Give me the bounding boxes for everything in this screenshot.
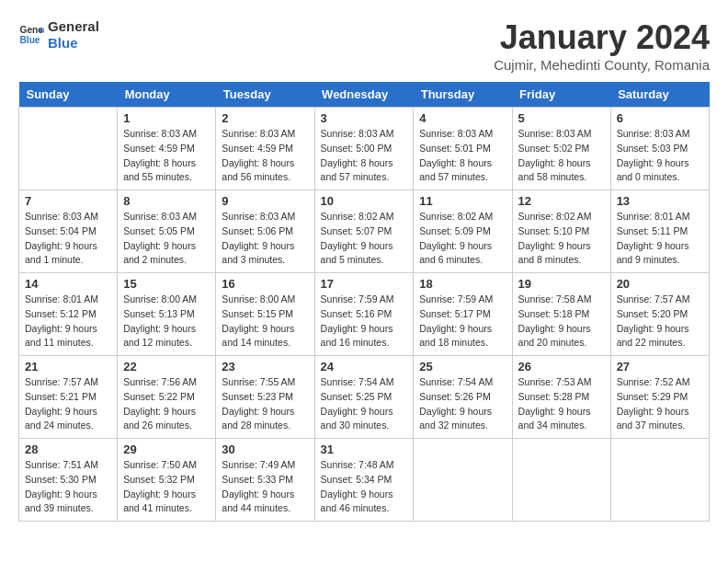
- day-info: Sunrise: 8:03 AMSunset: 5:00 PMDaylight:…: [321, 127, 408, 185]
- day-cell: 28Sunrise: 7:51 AMSunset: 5:30 PMDayligh…: [19, 439, 118, 522]
- day-info: Sunrise: 7:59 AMSunset: 5:17 PMDaylight:…: [419, 293, 506, 350]
- day-info: Sunrise: 7:57 AMSunset: 5:21 PMDaylight:…: [25, 375, 111, 433]
- day-number: 10: [321, 194, 408, 208]
- day-number: 22: [123, 360, 210, 373]
- day-cell: 15Sunrise: 8:00 AMSunset: 5:13 PMDayligh…: [118, 273, 216, 356]
- day-info: Sunrise: 7:50 AMSunset: 5:32 PMDaylight:…: [123, 458, 210, 516]
- day-number: 21: [25, 360, 111, 373]
- week-row-4: 21Sunrise: 7:57 AMSunset: 5:21 PMDayligh…: [19, 356, 710, 439]
- logo-icon: General Blue: [18, 22, 44, 48]
- logo-general-text: General: [48, 18, 99, 35]
- day-info: Sunrise: 8:03 AMSunset: 5:03 PMDaylight:…: [617, 127, 703, 185]
- day-number: 11: [419, 194, 506, 208]
- day-number: 26: [518, 360, 605, 373]
- day-number: 2: [222, 111, 308, 125]
- col-header-sunday: Sunday: [19, 82, 118, 108]
- day-number: 14: [25, 277, 111, 291]
- day-cell: 24Sunrise: 7:54 AMSunset: 5:25 PMDayligh…: [314, 356, 414, 439]
- day-info: Sunrise: 8:02 AMSunset: 5:07 PMDaylight:…: [321, 210, 408, 268]
- day-info: Sunrise: 7:55 AMSunset: 5:23 PMDaylight:…: [222, 375, 308, 433]
- calendar-table: SundayMondayTuesdayWednesdayThursdayFrid…: [18, 82, 710, 522]
- day-cell: 11Sunrise: 8:02 AMSunset: 5:09 PMDayligh…: [414, 190, 512, 273]
- day-cell: 5Sunrise: 8:03 AMSunset: 5:02 PMDaylight…: [512, 108, 610, 190]
- day-cell: 27Sunrise: 7:52 AMSunset: 5:29 PMDayligh…: [610, 356, 709, 439]
- day-number: 20: [617, 277, 703, 291]
- day-info: Sunrise: 8:03 AMSunset: 4:59 PMDaylight:…: [123, 127, 210, 185]
- day-cell: [414, 439, 512, 522]
- day-cell: 30Sunrise: 7:49 AMSunset: 5:33 PMDayligh…: [216, 439, 314, 522]
- week-row-2: 7Sunrise: 8:03 AMSunset: 5:04 PMDaylight…: [19, 190, 710, 273]
- col-header-wednesday: Wednesday: [314, 82, 414, 108]
- day-info: Sunrise: 8:02 AMSunset: 5:10 PMDaylight:…: [518, 210, 605, 268]
- day-number: 8: [123, 194, 210, 208]
- day-number: 12: [518, 194, 605, 208]
- day-info: Sunrise: 7:56 AMSunset: 5:22 PMDaylight:…: [123, 375, 210, 433]
- day-number: 5: [518, 111, 605, 125]
- day-number: 9: [222, 194, 308, 208]
- day-cell: [610, 439, 709, 522]
- day-number: 4: [419, 111, 506, 125]
- page-header: General Blue General Blue January 2024 C…: [18, 18, 710, 73]
- week-row-3: 14Sunrise: 8:01 AMSunset: 5:12 PMDayligh…: [19, 273, 710, 356]
- day-cell: 6Sunrise: 8:03 AMSunset: 5:03 PMDaylight…: [610, 108, 709, 190]
- week-row-5: 28Sunrise: 7:51 AMSunset: 5:30 PMDayligh…: [19, 439, 710, 522]
- day-cell: 4Sunrise: 8:03 AMSunset: 5:01 PMDaylight…: [414, 108, 512, 190]
- day-info: Sunrise: 8:00 AMSunset: 5:13 PMDaylight:…: [123, 293, 210, 350]
- day-info: Sunrise: 8:03 AMSunset: 5:02 PMDaylight:…: [518, 127, 605, 185]
- day-number: 24: [321, 360, 408, 373]
- day-cell: [512, 439, 610, 522]
- day-cell: 19Sunrise: 7:58 AMSunset: 5:18 PMDayligh…: [512, 273, 610, 356]
- day-cell: 7Sunrise: 8:03 AMSunset: 5:04 PMDaylight…: [19, 190, 118, 273]
- location-subtitle: Cujmir, Mehedinti County, Romania: [494, 57, 710, 73]
- logo: General Blue General Blue: [18, 18, 99, 52]
- day-cell: 2Sunrise: 8:03 AMSunset: 4:59 PMDaylight…: [216, 108, 314, 190]
- day-cell: 1Sunrise: 8:03 AMSunset: 4:59 PMDaylight…: [118, 108, 216, 190]
- day-info: Sunrise: 7:51 AMSunset: 5:30 PMDaylight:…: [25, 458, 111, 516]
- day-cell: 21Sunrise: 7:57 AMSunset: 5:21 PMDayligh…: [19, 356, 118, 439]
- day-info: Sunrise: 7:48 AMSunset: 5:34 PMDaylight:…: [321, 458, 408, 516]
- day-cell: 17Sunrise: 7:59 AMSunset: 5:16 PMDayligh…: [314, 273, 414, 356]
- header-row: SundayMondayTuesdayWednesdayThursdayFrid…: [19, 82, 710, 108]
- day-number: 3: [321, 111, 408, 125]
- day-cell: 9Sunrise: 8:03 AMSunset: 5:06 PMDaylight…: [216, 190, 314, 273]
- day-number: 29: [123, 442, 210, 456]
- day-number: 16: [222, 277, 308, 291]
- day-number: 7: [25, 194, 111, 208]
- day-cell: 3Sunrise: 8:03 AMSunset: 5:00 PMDaylight…: [314, 108, 414, 190]
- day-info: Sunrise: 8:01 AMSunset: 5:12 PMDaylight:…: [25, 293, 111, 350]
- day-number: 28: [25, 442, 111, 456]
- day-number: 27: [617, 360, 703, 373]
- day-cell: 26Sunrise: 7:53 AMSunset: 5:28 PMDayligh…: [512, 356, 610, 439]
- day-number: 23: [222, 360, 308, 373]
- day-info: Sunrise: 7:54 AMSunset: 5:26 PMDaylight:…: [419, 375, 506, 433]
- day-number: 17: [321, 277, 408, 291]
- day-cell: 13Sunrise: 8:01 AMSunset: 5:11 PMDayligh…: [610, 190, 709, 273]
- day-info: Sunrise: 8:02 AMSunset: 5:09 PMDaylight:…: [419, 210, 506, 268]
- day-info: Sunrise: 8:03 AMSunset: 5:06 PMDaylight:…: [222, 210, 308, 268]
- day-info: Sunrise: 8:03 AMSunset: 5:01 PMDaylight:…: [419, 127, 506, 185]
- logo-blue-text: Blue: [48, 35, 99, 52]
- day-cell: 20Sunrise: 7:57 AMSunset: 5:20 PMDayligh…: [610, 273, 709, 356]
- week-row-1: 1Sunrise: 8:03 AMSunset: 4:59 PMDaylight…: [19, 108, 710, 190]
- day-number: 13: [617, 194, 703, 208]
- col-header-monday: Monday: [118, 82, 216, 108]
- day-cell: 8Sunrise: 8:03 AMSunset: 5:05 PMDaylight…: [118, 190, 216, 273]
- day-number: 25: [419, 360, 506, 373]
- day-info: Sunrise: 8:03 AMSunset: 4:59 PMDaylight:…: [222, 127, 308, 185]
- day-info: Sunrise: 7:54 AMSunset: 5:25 PMDaylight:…: [321, 375, 408, 433]
- title-section: January 2024 Cujmir, Mehedinti County, R…: [494, 18, 710, 73]
- day-number: 31: [321, 442, 408, 456]
- day-info: Sunrise: 8:03 AMSunset: 5:05 PMDaylight:…: [123, 210, 210, 268]
- day-cell: [19, 108, 118, 190]
- col-header-tuesday: Tuesday: [216, 82, 314, 108]
- day-cell: 12Sunrise: 8:02 AMSunset: 5:10 PMDayligh…: [512, 190, 610, 273]
- day-info: Sunrise: 7:53 AMSunset: 5:28 PMDaylight:…: [518, 375, 605, 433]
- day-cell: 22Sunrise: 7:56 AMSunset: 5:22 PMDayligh…: [118, 356, 216, 439]
- day-info: Sunrise: 8:03 AMSunset: 5:04 PMDaylight:…: [25, 210, 111, 268]
- day-number: 6: [617, 111, 703, 125]
- day-cell: 16Sunrise: 8:00 AMSunset: 5:15 PMDayligh…: [216, 273, 314, 356]
- day-info: Sunrise: 7:58 AMSunset: 5:18 PMDaylight:…: [518, 293, 605, 350]
- day-cell: 29Sunrise: 7:50 AMSunset: 5:32 PMDayligh…: [118, 439, 216, 522]
- day-info: Sunrise: 8:01 AMSunset: 5:11 PMDaylight:…: [617, 210, 703, 268]
- day-number: 30: [222, 442, 308, 456]
